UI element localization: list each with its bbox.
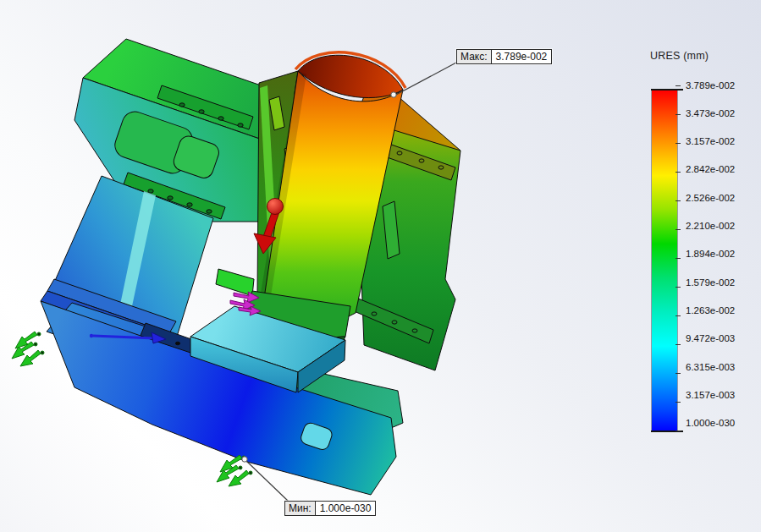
min-annotation-callout[interactable]: Мин: 1.000e-030 — [284, 501, 376, 516]
legend-tick-label: 3.473e-002 — [686, 107, 735, 120]
legend-tick-labels: 3.789e-002 3.473e-002 3.157e-002 2.842e-… — [686, 80, 735, 431]
legend-title: URES (mm) — [650, 50, 709, 62]
legend-color-bar[interactable] — [651, 90, 678, 431]
min-anchor-dot — [242, 457, 247, 462]
load-arrow-ball — [267, 199, 284, 215]
legend-tick-label: 1.263e-002 — [686, 304, 735, 317]
legend-tick-label: 3.157e-003 — [686, 389, 735, 402]
legend-tick-label: 2.526e-002 — [686, 192, 735, 205]
max-annotation-callout[interactable]: Макс: 3.789e-002 — [456, 49, 552, 64]
max-anchor-dot — [391, 92, 396, 97]
legend-tick-label: 2.210e-002 — [686, 220, 735, 233]
machine-model-canvas[interactable] — [0, 0, 761, 532]
legend-tick-label: 9.472e-003 — [686, 332, 735, 345]
fixture-arrow-icon — [20, 350, 41, 366]
max-leader-line — [394, 63, 456, 96]
max-label: Макс: — [457, 50, 492, 63]
legend-tick-label: 3.157e-002 — [686, 135, 735, 148]
legend-tick-label: 6.315e-003 — [686, 361, 735, 374]
legend-tick-label: 1.000e-030 — [686, 417, 735, 430]
machine-model[interactable] — [12, 39, 460, 502]
3d-viewport[interactable]: Макс: 3.789e-002 Мин: 1.000e-030 URES (m… — [0, 0, 761, 532]
legend-tick-label: 2.842e-002 — [686, 163, 735, 176]
legend-tick-marks — [676, 85, 681, 431]
max-value: 3.789e-002 — [492, 50, 552, 63]
fixture-left — [12, 332, 44, 366]
legend-tick-label: 3.789e-002 — [686, 80, 735, 92]
min-value: 1.000e-030 — [316, 502, 376, 515]
legend-tick-label: 1.894e-002 — [686, 248, 735, 261]
legend-tick-label: 1.579e-002 — [686, 277, 735, 289]
min-label: Мин: — [285, 502, 316, 515]
